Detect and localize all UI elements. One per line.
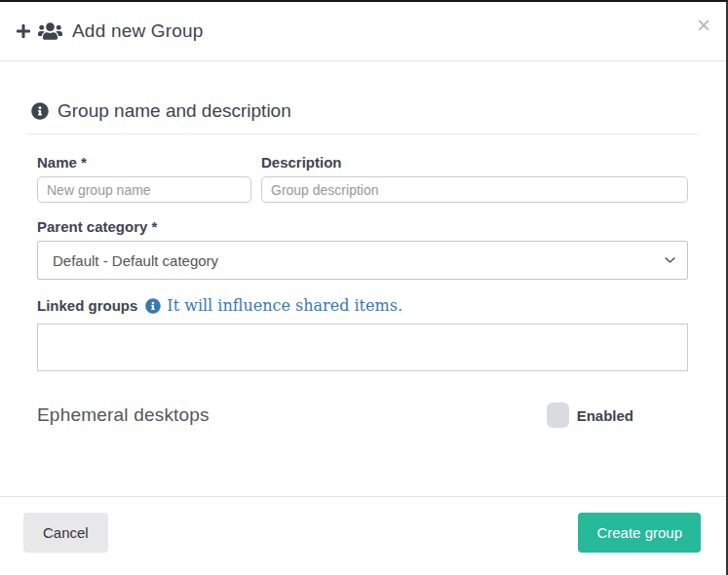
enabled-label: Enabled <box>577 407 633 424</box>
name-label: Name * <box>37 154 251 171</box>
modal-title: Add new Group <box>72 20 204 42</box>
modal-title-group: Add new Group <box>16 20 204 42</box>
section-heading-group: Group name and description <box>31 100 688 122</box>
modal-header: Add new Group × <box>0 2 726 61</box>
info-circle-icon <box>31 102 49 120</box>
enabled-checkbox-group: Enabled <box>547 402 633 428</box>
ephemeral-desktops-label: Ephemeral desktops <box>37 404 210 426</box>
cancel-button[interactable]: Cancel <box>23 513 108 553</box>
section-divider <box>26 134 699 134</box>
parent-category-label: Parent category * <box>37 218 688 235</box>
linked-groups-multiselect[interactable] <box>37 324 688 371</box>
parent-category-select-wrap: Default - Default category <box>37 241 688 280</box>
close-icon[interactable]: × <box>697 14 710 37</box>
users-icon <box>38 21 62 41</box>
name-input[interactable] <box>37 176 251 203</box>
description-label: Description <box>261 154 688 171</box>
enabled-checkbox[interactable] <box>547 402 569 428</box>
name-description-row: Name * Description <box>37 154 688 203</box>
add-group-modal: Add new Group × Group name and descripti… <box>0 0 728 575</box>
description-input[interactable] <box>261 176 688 203</box>
plus-icon <box>16 23 31 39</box>
parent-category-select[interactable]: Default - Default category <box>37 241 688 280</box>
modal-body: Group name and description Name * Descri… <box>0 61 726 496</box>
linked-groups-label: Linked groups <box>37 297 137 314</box>
ephemeral-desktops-row: Ephemeral desktops Enabled <box>37 402 688 428</box>
modal-footer: Cancel Create group <box>0 496 726 575</box>
linked-groups-row: Linked groups It will influence shared i… <box>37 296 688 315</box>
linked-groups-note: It will influence shared items. <box>167 296 402 315</box>
info-circle-icon-blue <box>145 298 161 314</box>
create-group-button[interactable]: Create group <box>578 513 701 553</box>
name-field-group: Name * <box>37 154 251 203</box>
section-heading: Group name and description <box>57 100 291 122</box>
description-field-group: Description <box>261 154 688 203</box>
